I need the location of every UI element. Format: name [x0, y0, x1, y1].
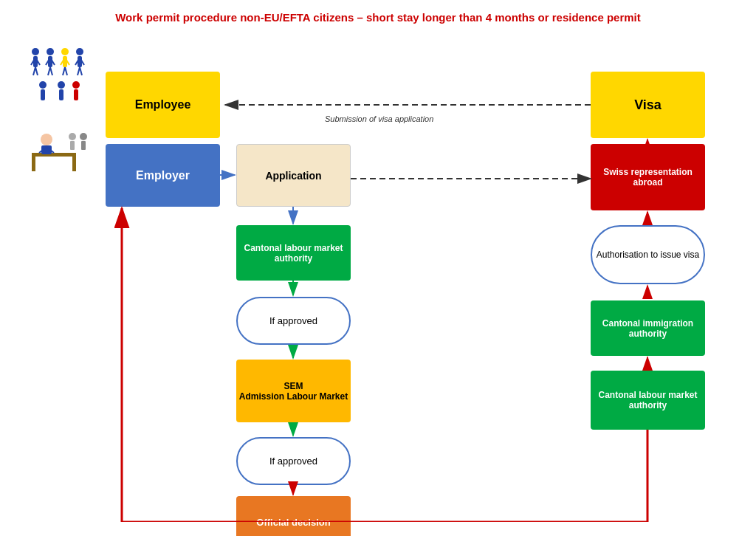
svg-line-5 — [35, 67, 38, 75]
page-title: Work permit procedure non-EU/EFTA citize… — [7, 7, 749, 27]
employer-box: Employer — [106, 144, 220, 207]
svg-point-37 — [69, 133, 76, 140]
cantonal-labour-1-box: Cantonal labour market authority — [236, 225, 351, 281]
diagram-container: Work permit procedure non-EU/EFTA citize… — [0, 0, 756, 536]
visa-submission-label: Submission of visa application — [325, 114, 433, 123]
cantonal-labour-2-box: Cantonal labour market authority — [591, 371, 705, 430]
svg-point-39 — [80, 133, 87, 140]
official-decision-box: Official decision — [236, 496, 351, 536]
workers-icon — [21, 38, 102, 109]
svg-line-23 — [80, 67, 82, 75]
svg-rect-25 — [41, 89, 45, 100]
svg-line-11 — [50, 67, 52, 75]
svg-rect-40 — [81, 141, 86, 150]
if-approved-1-oval: If approved — [236, 297, 351, 345]
svg-rect-29 — [74, 89, 78, 100]
svg-point-28 — [72, 81, 80, 89]
auth-visa-oval: Authorisation to issue visa — [591, 225, 705, 284]
employer-icon — [21, 120, 102, 182]
svg-rect-32 — [72, 157, 76, 171]
svg-rect-38 — [70, 141, 75, 150]
visa-box: Visa — [591, 72, 705, 138]
svg-rect-30 — [32, 153, 76, 157]
if-approved-2-oval: If approved — [236, 437, 351, 485]
employee-box: Employee — [106, 72, 220, 138]
svg-point-26 — [58, 81, 65, 89]
svg-point-0 — [32, 48, 39, 55]
svg-rect-31 — [32, 157, 35, 171]
cantonal-immigration-box: Cantonal immigration authority — [591, 300, 705, 356]
swiss-rep-box: Swiss representation abroad — [591, 144, 705, 210]
flow-area: Employee Employer Application Cantonal l… — [7, 35, 749, 522]
svg-point-33 — [41, 134, 52, 145]
svg-line-17 — [65, 67, 67, 75]
svg-point-18 — [76, 48, 83, 55]
svg-point-12 — [61, 48, 69, 55]
svg-point-24 — [39, 81, 47, 89]
sem-box: SEM Admission Labour Market — [236, 360, 351, 422]
application-box: Application — [236, 144, 351, 207]
svg-point-6 — [47, 48, 54, 55]
svg-rect-27 — [59, 89, 63, 100]
